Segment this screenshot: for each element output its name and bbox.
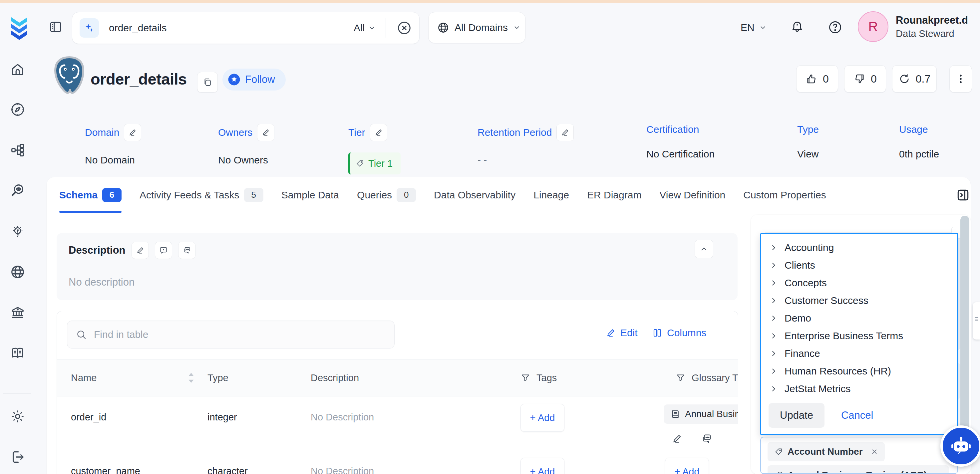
tab-data-observability[interactable]: Data Observability bbox=[434, 177, 515, 213]
close-icon[interactable] bbox=[935, 471, 942, 474]
edit-domain-button[interactable] bbox=[124, 124, 141, 141]
add-glossary-button[interactable]: + Add bbox=[665, 458, 709, 474]
search-scope-dropdown[interactable]: All bbox=[354, 22, 376, 33]
table-row[interactable]: order_id integer No Description + Add An… bbox=[57, 396, 738, 452]
pencil-icon[interactable] bbox=[671, 433, 682, 444]
find-in-table[interactable] bbox=[67, 321, 395, 348]
search-scope-label: All bbox=[354, 22, 364, 33]
find-in-table-input[interactable] bbox=[93, 329, 368, 340]
add-tag-button[interactable]: + Add bbox=[520, 458, 565, 474]
sidebar-item-logout[interactable] bbox=[0, 445, 35, 469]
sidebar-item-governance[interactable] bbox=[0, 301, 35, 324]
edit-table-button[interactable]: Edit bbox=[606, 327, 638, 339]
sidebar-item-network[interactable] bbox=[0, 260, 35, 284]
chat-assistant-button[interactable] bbox=[940, 425, 980, 467]
glossary-term-chip[interactable]: Annual Busine bbox=[663, 404, 738, 424]
dislike-count: 0 bbox=[871, 73, 877, 85]
global-search-input[interactable] bbox=[108, 22, 269, 34]
col-header-tags[interactable]: Tags bbox=[536, 372, 557, 383]
term-chip-abr[interactable]: Annual Business Review (ABR) bbox=[768, 465, 949, 474]
description-card: Description No description bbox=[57, 233, 738, 300]
compass-icon bbox=[10, 102, 25, 117]
col-header-glossary[interactable]: Glossary T bbox=[692, 372, 738, 383]
tag-icon bbox=[356, 159, 364, 168]
tab-er-diagram[interactable]: ER Diagram bbox=[587, 177, 641, 213]
chevron-right-icon bbox=[770, 315, 777, 322]
panel-expand-icon bbox=[956, 188, 970, 202]
language-selector[interactable]: EN bbox=[741, 22, 767, 33]
sidebar-item-insights[interactable] bbox=[0, 220, 35, 243]
sidebar-toggle-icon[interactable] bbox=[49, 20, 63, 34]
user-menu[interactable]: R Rounakpreet.d Data Steward bbox=[858, 11, 980, 42]
copy-name-button[interactable] bbox=[197, 72, 218, 92]
close-icon[interactable] bbox=[871, 448, 878, 455]
side-drawer-handle[interactable] bbox=[973, 302, 980, 339]
app-logo[interactable] bbox=[9, 16, 30, 40]
panel-expand-button[interactable] bbox=[956, 188, 970, 202]
cell-type: integer bbox=[207, 412, 237, 423]
filter-icon[interactable] bbox=[676, 373, 686, 383]
collapse-description-button[interactable] bbox=[695, 240, 713, 258]
thumbs-up-icon bbox=[805, 73, 818, 85]
more-actions-button[interactable] bbox=[949, 65, 972, 92]
dislike-button[interactable]: 0 bbox=[844, 65, 886, 92]
follow-button[interactable]: Follow bbox=[223, 68, 286, 91]
filter-icon[interactable] bbox=[520, 373, 530, 383]
notifications-bell-icon[interactable] bbox=[790, 20, 805, 35]
columns-config-button[interactable]: Columns bbox=[652, 327, 706, 339]
description-empty-text: No description bbox=[57, 259, 738, 288]
sort-icon[interactable] bbox=[186, 371, 196, 384]
cancel-button[interactable]: Cancel bbox=[841, 409, 873, 422]
tab-queries[interactable]: Queries0 bbox=[357, 177, 416, 213]
suggestions-button[interactable] bbox=[178, 242, 196, 259]
comment-description-button[interactable] bbox=[155, 242, 172, 259]
tree-item-concepts[interactable]: Concepts bbox=[761, 274, 957, 291]
tree-item-finance[interactable]: Finance bbox=[761, 345, 957, 362]
tree-item-clients[interactable]: Clients bbox=[761, 256, 957, 274]
chevron-right-icon bbox=[770, 262, 777, 269]
home-icon bbox=[10, 62, 25, 77]
tree-item-enterprise-business-terms[interactable]: Enterprise Business Terms bbox=[761, 327, 957, 345]
add-tag-button[interactable]: + Add bbox=[520, 404, 565, 432]
tree-item-jetstat-metrics[interactable]: JetStat Metrics bbox=[761, 380, 957, 398]
edit-description-button[interactable] bbox=[132, 242, 149, 259]
edit-retention-button[interactable] bbox=[557, 124, 574, 141]
stacked-comments-icon[interactable] bbox=[701, 433, 712, 444]
app-root: { "topbar": { "search_value": "order_det… bbox=[0, 0, 980, 474]
tab-custom-properties[interactable]: Custom Properties bbox=[743, 177, 826, 213]
sidebar-item-home[interactable] bbox=[0, 58, 35, 81]
tree-item-customer-success[interactable]: Customer Success bbox=[761, 291, 957, 309]
tier-badge[interactable]: Tier 1 bbox=[348, 153, 401, 174]
sidebar-divider bbox=[3, 393, 31, 394]
col-header-type[interactable]: Type bbox=[207, 372, 228, 383]
sidebar-item-discover[interactable] bbox=[0, 179, 35, 202]
edit-owners-button[interactable] bbox=[257, 124, 274, 141]
cell-name: order_id bbox=[71, 412, 106, 423]
edit-table-label: Edit bbox=[620, 327, 638, 339]
table-row[interactable]: customer_name character varying(100) No … bbox=[57, 452, 738, 474]
tab-schema[interactable]: Schema6 bbox=[59, 177, 121, 213]
tab-view-definition[interactable]: View Definition bbox=[659, 177, 725, 213]
tree-item-demo[interactable]: Demo bbox=[761, 309, 957, 327]
help-icon[interactable] bbox=[828, 20, 843, 35]
tab-sample-data[interactable]: Sample Data bbox=[282, 177, 339, 213]
sidebar-item-glossary[interactable] bbox=[0, 342, 35, 365]
global-search[interactable]: All bbox=[72, 12, 420, 44]
edit-tier-button[interactable] bbox=[370, 124, 387, 141]
tab-lineage[interactable]: Lineage bbox=[533, 177, 569, 213]
clear-search-icon[interactable] bbox=[396, 20, 412, 36]
term-chip-account-number[interactable]: Account Number bbox=[768, 442, 885, 461]
tab-activity-feeds[interactable]: Activity Feeds & Tasks5 bbox=[140, 177, 263, 213]
tree-item-human-resources[interactable]: Human Resources (HR) bbox=[761, 362, 957, 380]
col-header-name[interactable]: Name bbox=[71, 372, 97, 383]
col-header-description[interactable]: Description bbox=[311, 372, 359, 383]
tree-item-accounting[interactable]: Accounting bbox=[761, 239, 957, 256]
user-name: Rounakpreet.d bbox=[896, 14, 968, 26]
like-button[interactable]: 0 bbox=[796, 65, 838, 92]
update-button[interactable]: Update bbox=[768, 403, 824, 428]
sidebar-item-settings[interactable] bbox=[0, 405, 35, 428]
score-button[interactable]: 0.7 bbox=[892, 65, 937, 92]
domains-filter[interactable]: All Domains bbox=[428, 12, 525, 43]
page-title: order_details bbox=[91, 70, 187, 88]
scrollbar-thumb[interactable] bbox=[960, 216, 969, 461]
